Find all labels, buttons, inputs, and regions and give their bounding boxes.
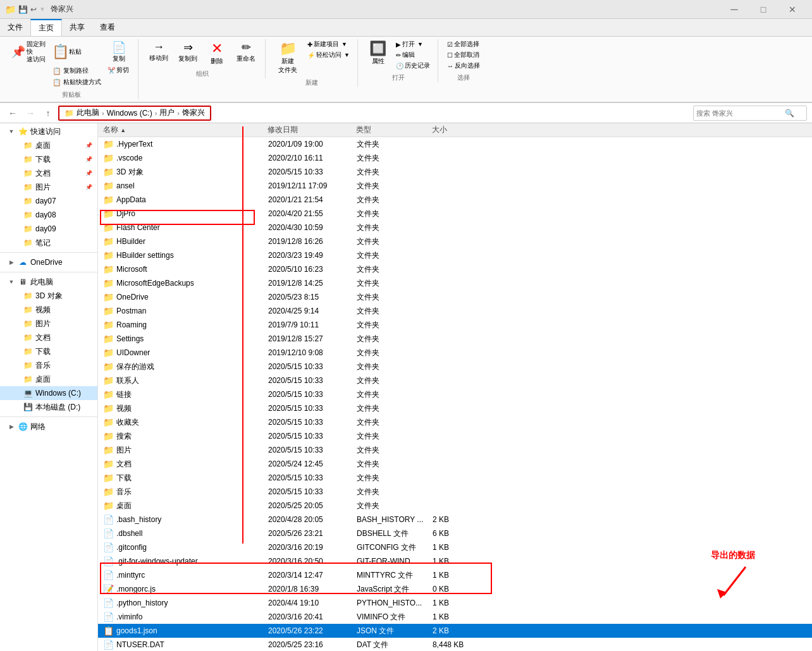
file-row-8[interactable]: 📁 HBuilder 2019/12/8 16:26 文件夹 bbox=[98, 234, 812, 248]
properties-button[interactable]: 🔲 属性 bbox=[364, 39, 392, 71]
up-button[interactable]: ↑ bbox=[40, 106, 56, 121]
sidebar-item-downloads2[interactable]: 📁 下载 bbox=[0, 344, 97, 358]
quick-undo[interactable]: ↩ bbox=[30, 5, 37, 14]
sidebar-item-documents[interactable]: 📁 文档 📌 bbox=[0, 166, 97, 180]
file-row-32[interactable]: 📄 .minttyrc 2020/3/14 12:47 MINTTYRC 文件 … bbox=[98, 568, 812, 582]
sidebar-item-desktop[interactable]: 📁 桌面 📌 bbox=[0, 138, 97, 152]
forward-button[interactable]: → bbox=[23, 106, 38, 121]
file-row-7[interactable]: 📁 Flash Center 2020/4/30 10:59 文件夹 bbox=[98, 221, 812, 234]
sidebar-item-pictures2[interactable]: 📁 图片 bbox=[0, 317, 97, 331]
sidebar-item-music[interactable]: 📁 音乐 bbox=[0, 358, 97, 372]
sidebar-item-notes[interactable]: 📁 笔记 bbox=[0, 236, 97, 250]
copyto-button[interactable]: ⇒ 复制到 bbox=[174, 39, 202, 67]
file-row-36[interactable]: 📋 goods1.json 2020/5/26 23:22 JSON 文件 2 … bbox=[98, 624, 812, 638]
file-row-37[interactable]: 📄 NTUSER.DAT 2020/5/25 23:16 DAT 文件 8,44… bbox=[98, 638, 812, 651]
file-row-24[interactable]: 📁 文档 2020/5/24 12:45 文件夹 bbox=[98, 457, 812, 471]
file-row-18[interactable]: 📁 联系人 2020/5/15 10:33 文件夹 bbox=[98, 374, 812, 387]
copypath-button[interactable]: 📋复制路径 bbox=[49, 65, 104, 76]
edit-button[interactable]: ✏编辑 bbox=[393, 50, 433, 60]
search-icon[interactable]: 🔍 bbox=[785, 109, 794, 118]
sidebar-item-thispc[interactable]: ▼ 🖥 此电脑 bbox=[0, 275, 97, 289]
file-row-22[interactable]: 📁 搜索 2020/5/15 10:33 文件夹 bbox=[98, 429, 812, 443]
sidebar-item-day09[interactable]: 📁 day09 bbox=[0, 222, 97, 236]
sidebar-item-day07[interactable]: 📁 day07 bbox=[0, 194, 97, 208]
maximize-button[interactable]: □ bbox=[749, 0, 778, 19]
tab-home[interactable]: 主页 bbox=[30, 19, 62, 36]
pasteshortcut-button[interactable]: 📋粘贴快捷方式 bbox=[49, 76, 104, 88]
search-input[interactable] bbox=[696, 109, 785, 117]
file-row-34[interactable]: 📄 .python_history 2020/4/4 19:10 PYTHON_… bbox=[98, 596, 812, 610]
file-row-13[interactable]: 📁 Postman 2020/4/25 9:14 文件夹 bbox=[98, 304, 812, 318]
path-thispc[interactable]: 此电脑 bbox=[77, 107, 99, 118]
back-button[interactable]: ← bbox=[5, 106, 20, 121]
file-row-2[interactable]: 📁 .vscode 2020/2/10 16:11 文件夹 bbox=[98, 151, 812, 165]
newfolder-button[interactable]: 📁 新建文件夹 bbox=[272, 39, 304, 76]
file-row-16[interactable]: 📁 UIDowner 2019/12/10 9:08 文件夹 bbox=[98, 346, 812, 360]
file-row-1[interactable]: 📁 .HyperText 2020/1/09 19:00 文件夹 bbox=[98, 137, 812, 151]
file-row-10[interactable]: 📁 Microsoft 2020/5/10 16:23 文件夹 bbox=[98, 262, 812, 276]
col-header-size[interactable]: 大小 bbox=[432, 125, 483, 135]
sort-header[interactable]: 名称 ▲ 修改日期 类型 大小 bbox=[98, 123, 812, 137]
tab-view[interactable]: 查看 bbox=[92, 19, 123, 36]
file-row-35[interactable]: 📄 .viminfo 2020/3/16 20:41 VIMINFO 文件 1 … bbox=[98, 610, 812, 624]
sidebar-item-documents2[interactable]: 📁 文档 bbox=[0, 331, 97, 344]
rename-button[interactable]: ✏ 重命名 bbox=[232, 39, 260, 67]
col-header-name[interactable]: 名称 ▲ bbox=[103, 125, 268, 135]
sidebar-item-day08[interactable]: 📁 day08 bbox=[0, 208, 97, 222]
history-button[interactable]: 🕐历史记录 bbox=[393, 61, 433, 71]
path-users[interactable]: 用户 bbox=[159, 107, 175, 118]
col-header-date[interactable]: 修改日期 bbox=[268, 125, 356, 135]
tab-file[interactable]: 文件 bbox=[0, 19, 30, 36]
file-row-15[interactable]: 📁 Settings 2019/12/8 15:27 文件夹 bbox=[98, 332, 812, 346]
file-row-9[interactable]: 📁 HBuilder settings 2020/3/23 19:49 文件夹 bbox=[98, 248, 812, 262]
selectall-button[interactable]: ☑全部选择 bbox=[445, 39, 483, 49]
sidebar-item-windowsc[interactable]: 💻 Windows (C:) bbox=[0, 386, 97, 400]
file-row-29[interactable]: 📄 .dbshell 2020/5/26 23:21 DBSHELL 文件 6 … bbox=[98, 526, 812, 540]
selectnone-button[interactable]: ☐全部取消 bbox=[445, 50, 483, 60]
tab-share[interactable]: 共享 bbox=[62, 19, 92, 36]
file-row-4[interactable]: 📁 ansel 2019/12/11 17:09 文件夹 bbox=[98, 179, 812, 193]
file-row-5[interactable]: 📁 AppData 2020/1/21 21:54 文件夹 bbox=[98, 193, 812, 207]
file-row-30[interactable]: 📄 .gitconfig 2020/3/16 20:19 GITCONFIG 文… bbox=[98, 540, 812, 554]
invertselect-button[interactable]: ↔反向选择 bbox=[445, 61, 483, 71]
sidebar-item-quickaccess[interactable]: ▼ ⭐ 快速访问 bbox=[0, 125, 97, 138]
file-row-31[interactable]: 📄 .git-for-windows-updater 2020/3/16 20:… bbox=[98, 554, 812, 568]
file-row-14[interactable]: 📁 Roaming 2019/7/9 10:11 文件夹 bbox=[98, 318, 812, 332]
col-header-type[interactable]: 类型 bbox=[356, 125, 432, 135]
copy-button[interactable]: 📄 复制 bbox=[105, 39, 133, 64]
file-row-28[interactable]: 📄 .bash_history 2020/4/28 20:05 BASH_HIS… bbox=[98, 513, 812, 526]
file-row-27[interactable]: 📁 桌面 2020/5/25 20:05 文件夹 bbox=[98, 499, 812, 513]
sidebar-item-onedrive[interactable]: ▶ ☁ OneDrive bbox=[0, 255, 97, 269]
sidebar-item-locald[interactable]: 💾 本地磁盘 (D:) bbox=[0, 400, 97, 414]
quickaccess-button[interactable]: ⚡轻松访问▼ bbox=[305, 50, 352, 60]
file-row-33[interactable]: 📝 .mongorc.js 2020/1/8 16:39 JavaScript … bbox=[98, 582, 812, 596]
file-row-12[interactable]: 📁 OneDrive 2020/5/23 8:15 文件夹 bbox=[98, 290, 812, 304]
cut-button[interactable]: ✂️剪切 bbox=[105, 65, 133, 75]
file-row-21[interactable]: 📁 收藏夹 2020/5/15 10:33 文件夹 bbox=[98, 415, 812, 429]
openfile-button[interactable]: ▶打开▼ bbox=[393, 39, 433, 49]
sidebar-item-desktop2[interactable]: 📁 桌面 bbox=[0, 372, 97, 386]
sidebar-item-videos[interactable]: 📁 视频 bbox=[0, 303, 97, 317]
moveto-button[interactable]: → 移动到 bbox=[145, 39, 173, 67]
file-row-23[interactable]: 📁 图片 2020/5/15 10:33 文件夹 bbox=[98, 443, 812, 457]
quick-save[interactable]: 💾 bbox=[18, 5, 28, 14]
file-row-19[interactable]: 📁 链接 2020/5/15 10:33 文件夹 bbox=[98, 387, 812, 401]
sidebar-item-3dobjects[interactable]: 📁 3D 对象 bbox=[0, 289, 97, 303]
file-row-11[interactable]: 📁 MicrosoftEdgeBackups 2019/12/8 14:25 文… bbox=[98, 276, 812, 290]
minimize-button[interactable]: ─ bbox=[720, 0, 749, 19]
sidebar-item-pictures[interactable]: 📁 图片 📌 bbox=[0, 180, 97, 194]
pin-button[interactable]: 📌 固定到快速访问 bbox=[10, 39, 48, 64]
delete-button[interactable]: ✕ 删除 bbox=[203, 39, 231, 67]
newitem-button[interactable]: ✚新建项目▼ bbox=[305, 39, 352, 49]
file-row-17[interactable]: 📁 保存的游戏 2020/5/15 10:33 文件夹 bbox=[98, 360, 812, 374]
close-button[interactable]: ✕ bbox=[778, 0, 807, 19]
file-row-25[interactable]: 📁 下载 2020/5/15 10:33 文件夹 bbox=[98, 471, 812, 485]
sidebar-item-network[interactable]: ▶ 🌐 网络 bbox=[0, 420, 97, 434]
file-row-6[interactable]: 📁 DjPro 2020/4/20 21:55 文件夹 bbox=[98, 207, 812, 221]
file-row-20[interactable]: 📁 视频 2020/5/15 10:33 文件夹 bbox=[98, 401, 812, 415]
file-row-26[interactable]: 📁 音乐 2020/5/15 10:33 文件夹 bbox=[98, 485, 812, 499]
path-windowsc[interactable]: Windows (C:) bbox=[107, 109, 152, 118]
sidebar-item-downloads[interactable]: 📁 下载 📌 bbox=[0, 152, 97, 166]
address-path[interactable]: 📁 此电脑 › Windows (C:) › 用户 › 馋家兴 bbox=[58, 106, 211, 121]
file-row-3[interactable]: 📁 3D 对象 2020/5/15 10:33 文件夹 bbox=[98, 165, 812, 179]
